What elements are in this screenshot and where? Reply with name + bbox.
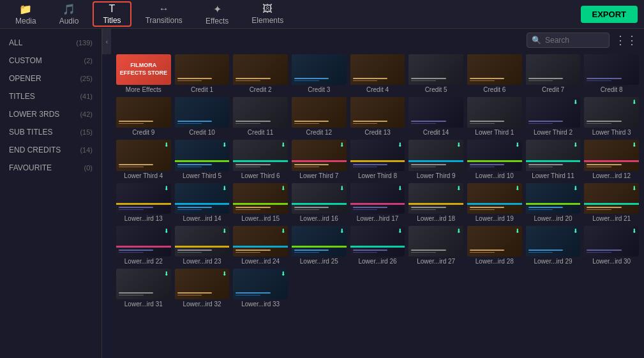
grid-item-lowerthird18[interactable]: ⬇Lower...ird 18 <box>408 183 463 222</box>
grid-item-lowerthird16[interactable]: ⬇Lower...ird 16 <box>292 183 347 222</box>
grid-label-lowerthird21: Lower...ird 21 <box>584 215 639 222</box>
grid-item-credit11[interactable]: Credit 11 <box>233 97 288 136</box>
sidebar-item-opener[interactable]: OPENER (25) <box>0 70 101 87</box>
content-area: 🔍 ⋮⋮ FILMORAEFFECTS STORE More EffectsCr… <box>111 29 644 358</box>
grid-label-lowerthird28: Lower...ird 28 <box>467 258 522 265</box>
sidebar-item-favourite[interactable]: FAVOURITE (0) <box>0 159 101 177</box>
grid-item-lowerthird33[interactable]: ⬇Lower...ird 33 <box>233 269 288 308</box>
grid-item-lowerthird2[interactable]: ⬇Lower Third 2 <box>526 97 581 136</box>
grid-label-credit1: Credit 1 <box>175 86 230 93</box>
grid-item-credit10[interactable]: Credit 10 <box>175 97 230 136</box>
grid-item-lowerthird8[interactable]: ⬇Lower Third 8 <box>350 140 405 179</box>
grid-item-lowerthird30[interactable]: ⬇Lower...ird 30 <box>584 226 639 265</box>
audio-icon: 🎵 <box>63 3 75 15</box>
grid-label-lowerthird24: Lower...ird 24 <box>233 258 288 265</box>
export-button[interactable]: EXPORT <box>581 6 638 23</box>
grid-item-lowerthird31[interactable]: ⬇Lower...ird 31 <box>116 269 171 308</box>
grid-item-lowerthird27[interactable]: ⬇Lower...ird 27 <box>408 226 463 265</box>
grid-label-credit2: Credit 2 <box>233 86 288 93</box>
titles-icon: T <box>109 3 116 15</box>
nav-titles[interactable]: T Titles <box>93 1 131 27</box>
nav-elements[interactable]: 🖼 Elements <box>243 1 292 27</box>
grid-item-lowerthird28[interactable]: ⬇Lower...ird 28 <box>467 226 522 265</box>
sidebar-opener-count: (25) <box>80 75 93 82</box>
grid-item-lowerthird4[interactable]: ⬇Lower Third 4 <box>116 140 171 179</box>
sidebar-titles-count: (41) <box>80 93 93 100</box>
search-icon: 🔍 <box>532 36 541 45</box>
grid-label-credit13: Credit 13 <box>350 129 405 136</box>
grid-item-credit8[interactable]: Credit 8 <box>584 54 639 93</box>
grid-label-lowerthird5: Lower Third 5 <box>175 172 230 179</box>
sidebar-item-endcredits[interactable]: END CREDITS (14) <box>0 141 101 159</box>
grid-item-credit6[interactable]: Credit 6 <box>467 54 522 93</box>
grid-item-lowerthird21[interactable]: ⬇Lower...ird 21 <box>584 183 639 222</box>
grid-label-credit6: Credit 6 <box>467 86 522 93</box>
grid-item-lowerthird6[interactable]: ⬇Lower Third 6 <box>233 140 288 179</box>
sidebar-collapse-arrow[interactable]: ‹ <box>102 29 111 54</box>
main-area: ALL (139) CUSTOM (2) OPENER (25) TITLES … <box>0 29 644 358</box>
grid-item-lowerthird19[interactable]: ⬇Lower...ird 19 <box>467 183 522 222</box>
grid-item-lowerthird32[interactable]: ⬇Lower...ird 32 <box>175 269 230 308</box>
nav-effects-label: Effects <box>206 17 228 26</box>
grid-label-credit14: Credit 14 <box>408 129 463 136</box>
grid-area: FILMORAEFFECTS STORE More EffectsCredit … <box>111 52 644 358</box>
grid-item-lowerthird20[interactable]: ⬇Lower...ird 20 <box>526 183 581 222</box>
grid-item-lowerthird24[interactable]: ⬇Lower...ird 24 <box>233 226 288 265</box>
grid-item-credit5[interactable]: Credit 5 <box>408 54 463 93</box>
sidebar-item-titles[interactable]: TITLES (41) <box>0 87 101 105</box>
nav-transitions[interactable]: ↔ Transitions <box>137 1 191 27</box>
grid-label-more-effects: More Effects <box>116 86 171 93</box>
grid-item-lowerthird23[interactable]: ⬇Lower...ird 23 <box>175 226 230 265</box>
grid-item-more-effects[interactable]: FILMORAEFFECTS STORE More Effects <box>116 54 171 93</box>
sidebar-item-all[interactable]: ALL (139) <box>0 34 101 52</box>
sidebar-endcredits-count: (14) <box>80 146 93 154</box>
grid-item-lowerthird22[interactable]: ⬇Lower...ird 22 <box>116 226 171 265</box>
grid-label-credit5: Credit 5 <box>408 86 463 93</box>
grid-item-lowerthird9[interactable]: ⬇Lower Third 9 <box>408 140 463 179</box>
grid-item-credit2[interactable]: Credit 2 <box>233 54 288 93</box>
nav-audio[interactable]: 🎵 Audio <box>50 1 88 27</box>
sidebar-all-label: ALL <box>9 38 22 47</box>
sidebar-item-custom[interactable]: CUSTOM (2) <box>0 52 101 70</box>
grid-item-lowerthird13[interactable]: ⬇Lower...ird 13 <box>116 183 171 222</box>
grid-item-credit13[interactable]: Credit 13 <box>350 97 405 136</box>
grid-item-lowerthird26[interactable]: ⬇Lower...ird 26 <box>350 226 405 265</box>
grid-item-credit4[interactable]: Credit 4 <box>350 54 405 93</box>
sidebar-titles-label: TITLES <box>9 92 35 101</box>
grid-label-lowerthird27: Lower...ird 27 <box>408 258 463 265</box>
grid-item-credit14[interactable]: Credit 14 <box>408 97 463 136</box>
grid-item-lowerthird14[interactable]: ⬇Lower...ird 14 <box>175 183 230 222</box>
grid-item-lowerthird25[interactable]: ⬇Lower...ird 25 <box>292 226 347 265</box>
nav-elements-label: Elements <box>251 16 283 25</box>
grid-label-lowerthird20: Lower...ird 20 <box>526 215 581 222</box>
grid-item-lowerthird11[interactable]: ⬇Lower Third 11 <box>526 140 581 179</box>
grid-item-lowerthird7[interactable]: ⬇Lower Third 7 <box>292 140 347 179</box>
grid-item-lowerthird29[interactable]: ⬇Lower...ird 29 <box>526 226 581 265</box>
grid-item-lowerthird1[interactable]: Lower Third 1 <box>467 97 522 136</box>
grid-item-credit9[interactable]: Credit 9 <box>116 97 171 136</box>
grid-item-lowerthird17[interactable]: ⬇Lower...hird 17 <box>350 183 405 222</box>
sidebar-item-subtitles[interactable]: SUB TITLES (15) <box>0 123 101 141</box>
grid-label-lowerthird15: Lower...ird 15 <box>233 215 288 222</box>
grid-toggle-icon[interactable]: ⋮⋮ <box>615 33 638 47</box>
grid-label-lowerthird23: Lower...ird 23 <box>175 258 230 265</box>
grid-label-credit11: Credit 11 <box>233 129 288 136</box>
sidebar-item-lower3rds[interactable]: LOWER 3RDS (42) <box>0 105 101 123</box>
grid-item-lowerthird12[interactable]: ⬇Lower...ird 12 <box>584 140 639 179</box>
sidebar-favourite-label: FAVOURITE <box>9 163 52 172</box>
nav-audio-label: Audio <box>59 17 79 26</box>
grid-label-lowerthird32: Lower...ird 32 <box>175 301 230 308</box>
grid-item-lowerthird3[interactable]: ⬇Lower Third 3 <box>584 97 639 136</box>
nav-media[interactable]: 📁 Media <box>6 1 45 27</box>
sidebar-favourite-count: (0) <box>84 164 93 172</box>
grid-item-credit1[interactable]: Credit 1 <box>175 54 230 93</box>
grid-item-credit7[interactable]: Credit 7 <box>526 54 581 93</box>
grid-label-lowerthird14: Lower...ird 14 <box>175 215 230 222</box>
grid-item-credit3[interactable]: Credit 3 <box>292 54 347 93</box>
nav-effects[interactable]: ✦ Effects <box>197 1 237 27</box>
grid-item-credit12[interactable]: Credit 12 <box>292 97 347 136</box>
grid-item-lowerthird15[interactable]: ⬇Lower...ird 15 <box>233 183 288 222</box>
sidebar-custom-count: (2) <box>84 57 93 64</box>
grid-item-lowerthird10[interactable]: ⬇Lower...ird 10 <box>467 140 522 179</box>
grid-item-lowerthird5[interactable]: ⬇Lower Third 5 <box>175 140 230 179</box>
